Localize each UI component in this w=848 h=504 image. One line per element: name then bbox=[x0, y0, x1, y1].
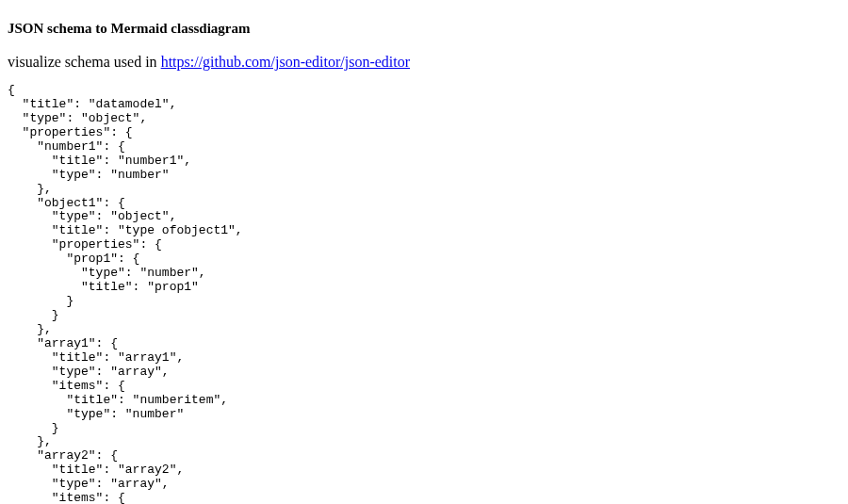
github-link[interactable]: https://github.com/json-editor/json-edit… bbox=[161, 54, 410, 70]
intro-text: visualize schema used in bbox=[8, 54, 161, 70]
intro-paragraph: visualize schema used in https://github.… bbox=[8, 54, 840, 71]
json-code-block: { "title": "datamodel", "type": "object"… bbox=[8, 84, 840, 504]
page-heading: JSON schema to Mermaid classdiagram bbox=[8, 21, 840, 37]
